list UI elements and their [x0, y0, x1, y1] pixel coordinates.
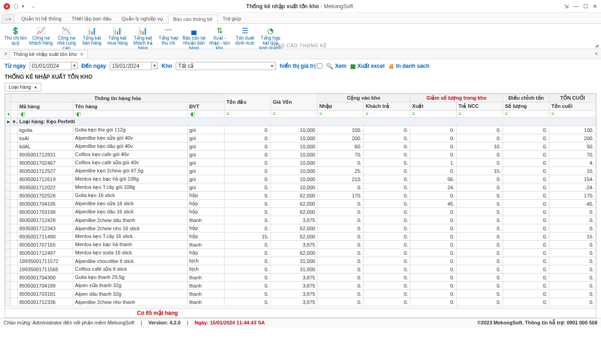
- table-row[interactable]: 8935001712831Cofitos kẹo cafe gói 40vgói…: [5, 151, 596, 159]
- cell-begin: 0.: [224, 134, 271, 142]
- col-adj[interactable]: Số lượng: [503, 102, 550, 111]
- view-button[interactable]: 🔍Xem: [326, 63, 346, 70]
- cell-name: Alpenlibe kẹo dâu gói 40v: [73, 142, 187, 151]
- collapse-icon[interactable]: ⇲: [564, 3, 569, 10]
- ribbon-icon: 📈: [36, 26, 46, 35]
- export-excel-button[interactable]: ▦Xuất excel: [350, 63, 385, 70]
- group-header[interactable]: Loại hàng: Kẹo Perfetti: [17, 118, 596, 126]
- filter-code[interactable]: ▫◧: [17, 111, 73, 118]
- table-row[interactable]: 8935001712619Mentos kẹo bạc hà gói 108gg…: [5, 175, 596, 183]
- table-row[interactable]: 8935001712336Alpenlibe 2chew nho thanhth…: [5, 298, 596, 306]
- band-in[interactable]: Cộng vào kho: [317, 94, 410, 102]
- print-button[interactable]: 🖨In danh sách: [388, 63, 429, 70]
- cell-ret-c: 0.: [364, 216, 410, 224]
- cell-name: Mentos kẹo T.cây gói 108g: [73, 183, 187, 192]
- col-ret-supp[interactable]: Trả NCC: [457, 102, 503, 111]
- cell-code: 8935001712428: [17, 216, 73, 224]
- filter-selector[interactable]: ♦: [5, 111, 11, 118]
- menu-tab-3[interactable]: Báo cáo thống kê: [168, 15, 218, 24]
- table-row[interactable]: 8935001712428Alpenlibe 2chew dâu thanhth…: [5, 216, 596, 224]
- cell-in: 25.: [317, 167, 364, 175]
- file-menu-button[interactable]: ▭▾: [2, 14, 15, 23]
- table-row[interactable]: 8935001704188Alpen sữa thanh 32gthanh0.3…: [5, 282, 596, 290]
- table-row[interactable]: 8935001712022Mentos kẹo T.cây gói 108ggó…: [5, 183, 596, 192]
- table-row[interactable]: 8935001711490Mentos kẹo T.cây 16 stickhộ…: [5, 233, 596, 241]
- group-collapse-icon[interactable]: ▾: [11, 118, 17, 126]
- col-name[interactable]: Tên hàng: [73, 102, 187, 111]
- to-date-input[interactable]: 15/01/2024: [110, 62, 152, 70]
- cell-code: 8935001712497: [17, 249, 73, 257]
- table-row[interactable]: 8935001703181Alpen dâu thanh 32gthanh0.3…: [5, 290, 596, 298]
- cell-code: 8935001712619: [17, 175, 73, 183]
- band-end[interactable]: TỒN CUỐI: [549, 94, 596, 102]
- table-row[interactable]: 8935001704300Golia kẹo thanh 29,5gthanh0…: [5, 273, 596, 282]
- table-row[interactable]: kdALAlpenlibe kẹo dâu gói 40vgói0.10,000…: [5, 142, 596, 151]
- col-in[interactable]: Nhập: [317, 102, 364, 111]
- table-row[interactable]: 18935001711572Alpenlibe chocolibe 8 stic…: [5, 257, 596, 265]
- col-expand[interactable]: [11, 102, 17, 111]
- close-tab-icon[interactable]: ✕: [80, 51, 84, 57]
- cell-ret-c: 0.: [364, 233, 410, 241]
- menu-tab-4[interactable]: Trợ giúp: [218, 14, 246, 23]
- document-tab[interactable]: Thống kê nhập xuất tồn kho ✕: [9, 50, 88, 58]
- cell-adj: 0.: [503, 183, 550, 192]
- qat-dropdown-icon[interactable]: ▼: [21, 4, 25, 9]
- cell-ret-c: 0.: [364, 273, 410, 282]
- table-row[interactable]: 18935001711565Cofitos café sữa 8 stickbị…: [5, 265, 596, 273]
- cell-unit: bịch: [187, 265, 224, 273]
- band-adj[interactable]: Điều chỉnh tồn: [503, 94, 550, 102]
- filter-unit[interactable]: ▫◧: [187, 111, 224, 118]
- from-date-dropdown-icon[interactable]: ▼: [71, 62, 78, 69]
- col-code[interactable]: Mã hàng: [17, 102, 73, 111]
- selector-header[interactable]: [5, 94, 11, 111]
- cell-out: 0.: [410, 208, 457, 216]
- col-cost[interactable]: Giá Vốn: [271, 94, 317, 111]
- band-info[interactable]: Thông tin hàng hóa: [11, 94, 224, 102]
- menu-tab-1[interactable]: Thiết lập ban đầu: [66, 14, 117, 23]
- table-row[interactable]: 8935001712527Alpenlibe kẹo 2chew gói 87,…: [5, 167, 596, 175]
- table-row[interactable]: 8935001707165Mentos kẹo bạc hà thanhthan…: [5, 241, 596, 249]
- cell-code: 8935001704195: [17, 200, 73, 208]
- cell-in: 0.: [317, 298, 364, 306]
- table-row[interactable]: ksAlAlpenlibe kẹo sữa gói 40vgói0.10,000…: [5, 134, 596, 142]
- table-row[interactable]: 8935001703198Alpenlibe kẹo dâu 16 stickh…: [5, 208, 596, 216]
- qat-undo-icon[interactable]: [14, 4, 18, 9]
- col-end[interactable]: Tồn cuối: [549, 102, 596, 111]
- cell-begin: 0.: [224, 290, 271, 298]
- close-panel-icon[interactable]: ✕: [594, 51, 598, 57]
- ribbon-icon: 📊: [112, 26, 122, 35]
- band-out[interactable]: Giảm số lượng trong kho: [410, 94, 503, 102]
- cell-ret-c: 0.: [364, 208, 410, 216]
- warehouse-combo[interactable]: Tất cả▼: [176, 62, 276, 70]
- menu-tab-2[interactable]: Quản lý nghiệp vụ: [117, 14, 168, 23]
- table-row[interactable]: 8935001702467Cofitos kẹo café sữa gói 40…: [5, 159, 596, 167]
- col-begin[interactable]: Tồn đầu: [224, 94, 271, 111]
- ribbon-expand-icon[interactable]: ◢: [595, 43, 598, 48]
- group-by-combo[interactable]: Loại hàng▲: [5, 83, 41, 91]
- warehouse-label: Kho: [162, 63, 172, 69]
- to-date-dropdown-icon[interactable]: ▼: [152, 62, 158, 69]
- minimize-icon[interactable]: —: [573, 3, 579, 10]
- cell-code: 8935001704188: [17, 282, 73, 290]
- menu-tab-0[interactable]: Quản trị hệ thống: [16, 14, 66, 23]
- table-row[interactable]: kgoliaGolia kẹo the gói 112ggói0.10,0001…: [5, 126, 596, 134]
- to-date-label: Đến ngày: [81, 63, 106, 69]
- cell-cost: 10,000: [271, 159, 317, 167]
- cell-code: 8935001712022: [17, 183, 73, 192]
- table-row[interactable]: 8935001712343Alpenlibe 2chew nho 16 stic…: [5, 224, 596, 233]
- table-row[interactable]: 8935001702528Golia kẹo 16 stickhộp0.62,0…: [5, 192, 596, 200]
- qat-customize-icon[interactable]: ⌄: [31, 4, 35, 9]
- filter-name[interactable]: ▫◧: [73, 111, 187, 118]
- close-icon[interactable]: ✕: [593, 3, 597, 10]
- table-row[interactable]: 8935001704195Alpenlibe kẹo sữa 16 stickh…: [5, 200, 596, 208]
- maximize-icon[interactable]: ☐: [583, 3, 588, 10]
- col-out[interactable]: Xuất: [410, 102, 457, 111]
- col-unit[interactable]: ĐVT: [187, 102, 224, 111]
- col-ret-cust[interactable]: Khách trả: [364, 102, 410, 111]
- show-value-checkbox[interactable]: hiển thị giá trị: [280, 63, 322, 69]
- cell-end: 4.: [549, 159, 596, 167]
- close-all-tabs-icon[interactable]: ✕: [2, 51, 9, 57]
- cell-ret-s: 0.: [457, 208, 503, 216]
- table-row[interactable]: 8935001712497Mentos kẹo soda 16 stickhộp…: [5, 249, 596, 257]
- from-date-input[interactable]: 01/01/2024: [30, 62, 71, 70]
